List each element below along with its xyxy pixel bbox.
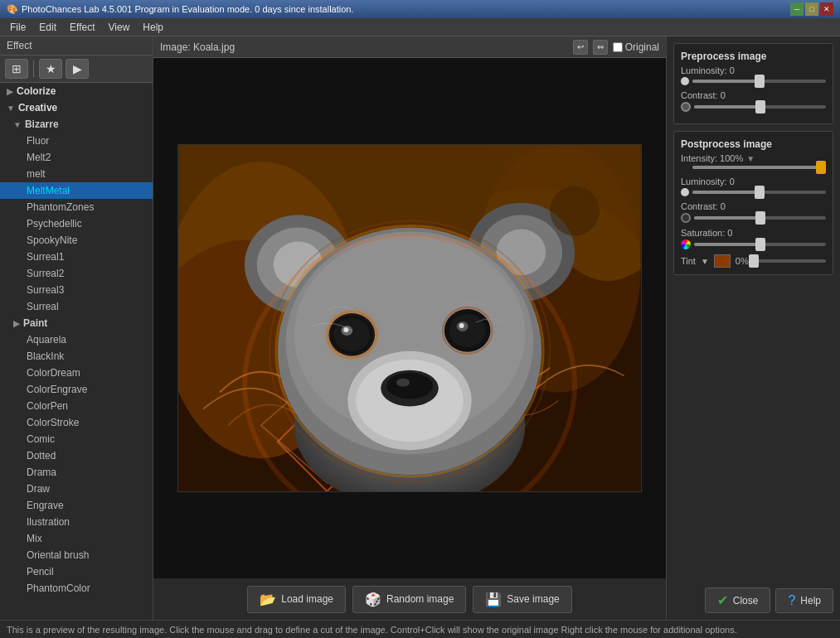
restore-btn[interactable]: ↩: [573, 40, 588, 55]
close-dialog-button[interactable]: ✔ Close: [705, 587, 771, 613]
tree-item-melt2[interactable]: Melt2: [0, 149, 153, 166]
svg-point-25: [449, 314, 486, 347]
maximize-button[interactable]: □: [805, 2, 818, 16]
tree-item-draw[interactable]: Draw: [0, 481, 153, 497]
tree-item-phantomcolor[interactable]: PhantomColor: [0, 580, 153, 597]
right-bottom-buttons: ✔ Close ? Help: [673, 587, 833, 613]
leaf-label: Surreal2: [27, 268, 64, 279]
toolbar-btn-star[interactable]: ★: [39, 59, 62, 79]
tree-item-surreal[interactable]: Surreal: [0, 298, 153, 315]
tree-item-meltmetal[interactable]: MeltMetal: [0, 182, 153, 199]
luminosity-label: Luminosity: 0: [681, 65, 826, 75]
leaf-label: Surreal3: [27, 284, 64, 296]
help-icon: ?: [788, 593, 795, 608]
post-contrast-track[interactable]: [694, 216, 826, 220]
tint-percentage: 0%: [736, 256, 749, 266]
leaf-label: Surreal1: [27, 251, 64, 263]
menu-edit[interactable]: Edit: [32, 20, 63, 35]
save-image-button[interactable]: 💾 Save image: [473, 586, 571, 613]
tree-item-surreal2[interactable]: Surreal2: [0, 265, 153, 282]
contrast-row: Contrast: 0: [681, 90, 826, 112]
leaf-label: Pencil: [27, 566, 54, 578]
leaf-label: Mix: [27, 533, 42, 544]
leaf-label: Surreal: [27, 301, 59, 312]
contrast-track[interactable]: [694, 105, 826, 109]
window-controls: ─ □ ✕: [790, 2, 833, 16]
effect-tree: ▶ Colorize ▼ Creative ▼ Bizarre Fluor Me: [0, 83, 153, 620]
tree-item-psychedellic[interactable]: Psychedellic: [0, 215, 153, 232]
leaf-label: Fluor: [27, 135, 49, 147]
saturation-track[interactable]: [694, 243, 826, 246]
tint-track[interactable]: [754, 259, 826, 263]
intensity-track[interactable]: [692, 166, 826, 169]
original-checkbox[interactable]: [613, 42, 623, 52]
tree-item-drama[interactable]: Drama: [0, 464, 153, 481]
post-contrast-dot: [681, 213, 691, 223]
tree-item-aquarela[interactable]: Aquarela: [0, 331, 153, 348]
tree-item-bizarre[interactable]: ▼ Bizarre: [0, 116, 153, 133]
arrow-icon: ▼: [7, 104, 15, 113]
category-label: Colorize: [17, 85, 56, 97]
koala-image[interactable]: [177, 144, 642, 492]
tree-item-creative[interactable]: ▼ Creative: [0, 99, 153, 116]
svg-point-27: [459, 323, 464, 328]
expand-btn[interactable]: ⇔: [593, 40, 608, 55]
menu-view[interactable]: View: [102, 20, 137, 35]
load-icon: 📂: [260, 592, 276, 607]
tree-item-paint[interactable]: ▶ Paint: [0, 315, 153, 331]
effect-label: Effect: [7, 40, 32, 51]
tree-item-pencil[interactable]: Pencil: [0, 563, 153, 580]
center-panel: Image: Koala.jpg ↩ ⇔ Original: [153, 36, 666, 620]
tree-item-blackink[interactable]: BlackInk: [0, 348, 153, 365]
random-image-label: Random image: [386, 593, 454, 605]
saturation-slider-container: [681, 239, 826, 249]
bottom-buttons: 📂 Load image 🎲 Random image 💾 Save image: [247, 586, 571, 613]
help-dialog-button[interactable]: ? Help: [775, 588, 833, 613]
random-image-button[interactable]: 🎲 Random image: [352, 586, 466, 613]
tree-item-comic[interactable]: Comic: [0, 431, 153, 447]
toolbar-btn-video[interactable]: ▶: [66, 59, 89, 79]
contrast-label: Contrast: 0: [681, 90, 826, 100]
original-checkbox-group: Original: [613, 41, 659, 53]
title-bar: 🎨 PhotoChances Lab 4.5.001 Program in Ev…: [0, 0, 840, 18]
tree-item-mix[interactable]: Mix: [0, 530, 153, 547]
toolbar-separator: [33, 60, 34, 77]
menu-help[interactable]: Help: [136, 20, 170, 35]
tree-item-colordream[interactable]: ColorDream: [0, 365, 153, 381]
tint-dropdown-arrow[interactable]: ▼: [701, 257, 709, 266]
leaf-label: Draw: [27, 483, 50, 495]
tint-thumb[interactable]: [749, 254, 759, 268]
original-label: Original: [625, 41, 659, 53]
tree-item-surreal3[interactable]: Surreal3: [0, 282, 153, 298]
toolbar-btn-grid[interactable]: ⊞: [5, 59, 28, 79]
tree-item-dotted[interactable]: Dotted: [0, 447, 153, 464]
menu-effect[interactable]: Effect: [63, 20, 101, 35]
tree-item-surreal1[interactable]: Surreal1: [0, 249, 153, 265]
tree-item-fluor[interactable]: Fluor: [0, 133, 153, 149]
post-luminosity-label: Luminosity: 0: [681, 176, 826, 186]
tree-item-engrave[interactable]: Engrave: [0, 497, 153, 514]
tree-item-colorstroke[interactable]: ColorStroke: [0, 414, 153, 431]
close-button[interactable]: ✕: [820, 2, 833, 16]
tint-color-swatch[interactable]: [714, 254, 731, 268]
tree-item-colorengrave[interactable]: ColorEngrave: [0, 381, 153, 398]
preprocess-title: Preprocess image: [681, 51, 826, 62]
tree-item-ilustration[interactable]: Ilustration: [0, 514, 153, 530]
svg-point-19: [396, 379, 410, 387]
menu-file[interactable]: File: [3, 20, 32, 35]
tree-item-colorize[interactable]: ▶ Colorize: [0, 83, 153, 99]
load-image-button[interactable]: 📂 Load image: [247, 586, 346, 613]
post-luminosity-track[interactable]: [692, 191, 826, 194]
tree-item-orientalbrush[interactable]: Oriental brush: [0, 547, 153, 563]
tree-item-colorpen[interactable]: ColorPen: [0, 398, 153, 414]
close-label: Close: [733, 595, 759, 607]
right-panel: Preprocess image Luminosity: 0 Contrast:…: [666, 36, 840, 620]
luminosity-track[interactable]: [692, 80, 826, 83]
close-icon: ✔: [717, 592, 728, 608]
tree-item-spookynite[interactable]: SpookyNite: [0, 232, 153, 249]
leaf-label: Comic: [27, 433, 55, 445]
tree-item-melt[interactable]: melt: [0, 166, 153, 182]
image-canvas[interactable]: [153, 58, 666, 578]
minimize-button[interactable]: ─: [790, 2, 804, 16]
tree-item-phantomzones[interactable]: PhantomZones: [0, 199, 153, 215]
